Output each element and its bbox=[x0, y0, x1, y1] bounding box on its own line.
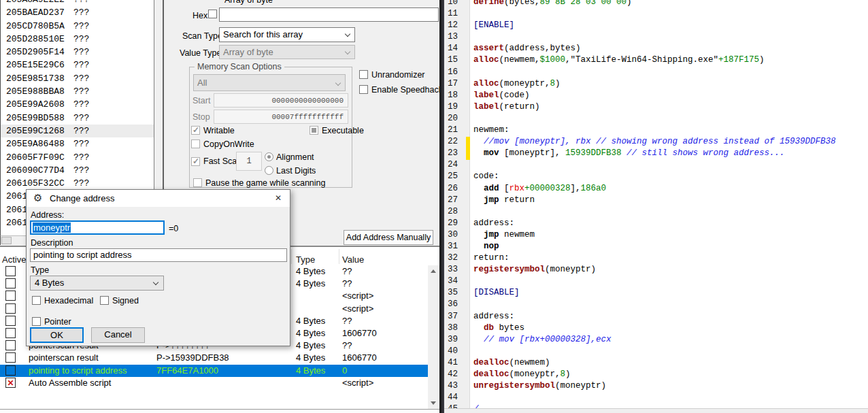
column-separator bbox=[291, 249, 292, 264]
executable-checkbox[interactable] bbox=[310, 126, 318, 135]
fastscan-checkbox[interactable] bbox=[191, 157, 200, 166]
line-number: 24 bbox=[444, 160, 469, 171]
active-checkbox[interactable] bbox=[5, 291, 16, 301]
pause-game-label: Pause the game while scanning bbox=[205, 178, 326, 188]
column-header-type[interactable]: Type bbox=[296, 254, 315, 265]
scroll-down-icon[interactable] bbox=[431, 401, 436, 405]
found-address-row[interactable]: 205D288510E??? bbox=[1, 33, 154, 46]
scan-value-input[interactable] bbox=[219, 7, 439, 22]
active-checkbox[interactable] bbox=[5, 328, 16, 338]
editor-code-lines[interactable]: define(bytes,89 8B 28 03 00 00)[ENABLE]a… bbox=[473, 0, 868, 413]
table-row[interactable]: pointerscan resultP->15939DDFB384 Bytes1… bbox=[0, 352, 428, 364]
unrandomizer-checkbox[interactable] bbox=[359, 70, 368, 79]
found-address-row[interactable]: 205BAEAD237??? bbox=[1, 6, 154, 19]
found-address-row[interactable]: 206090C77D4??? bbox=[1, 164, 154, 177]
cancel-button[interactable]: Cancel bbox=[91, 327, 145, 343]
found-address-row[interactable]: 205E9A86488??? bbox=[1, 137, 154, 150]
found-address: 205E9851738 bbox=[6, 73, 65, 84]
code-segment: registersymbol bbox=[473, 265, 545, 274]
found-address-row[interactable]: 205E15E29C6??? bbox=[1, 59, 154, 71]
address-input[interactable]: moneyptr bbox=[30, 220, 165, 235]
row-value: ?? bbox=[342, 316, 352, 326]
found-address-row[interactable]: 205E9851738??? bbox=[1, 72, 154, 85]
code-line: jmp newmem bbox=[473, 230, 868, 242]
code-segment: [DISABLE] bbox=[473, 288, 520, 297]
row-address: 7FF64E7A1000 bbox=[156, 365, 218, 376]
code-segment: ) bbox=[565, 369, 571, 379]
ok-button[interactable]: OK bbox=[30, 327, 84, 343]
region-dropdown[interactable]: All bbox=[193, 74, 346, 91]
row-type: 4 Bytes bbox=[296, 365, 325, 376]
hexadecimal-checkbox[interactable] bbox=[32, 296, 41, 305]
close-icon[interactable]: ✕ bbox=[267, 190, 290, 207]
active-checkbox[interactable] bbox=[5, 278, 16, 288]
description-input[interactable]: pointing to script address bbox=[30, 248, 287, 262]
code-segment: return bbox=[499, 195, 535, 205]
signed-checkbox[interactable] bbox=[100, 296, 109, 305]
column-header-active[interactable]: Active bbox=[2, 254, 26, 265]
code-line bbox=[473, 207, 868, 218]
found-address-row[interactable]: 205D2905F14??? bbox=[1, 46, 154, 59]
fastscan-alignment-input[interactable]: 1 bbox=[236, 152, 262, 171]
found-address-row[interactable]: 20605F7F09C??? bbox=[1, 151, 154, 164]
found-value: ??? bbox=[73, 47, 89, 57]
scroll-up-icon[interactable] bbox=[431, 269, 436, 273]
code-line: registersymbol(moneyptr) bbox=[473, 265, 868, 276]
active-checkbox[interactable] bbox=[5, 316, 16, 326]
code-segment: (address,bytes) bbox=[504, 44, 581, 53]
line-number: 44 bbox=[444, 393, 469, 404]
active-checkbox[interactable] bbox=[5, 303, 16, 314]
active-checkbox[interactable] bbox=[5, 352, 16, 363]
alignment-radio[interactable] bbox=[265, 152, 273, 161]
active-checkbox[interactable] bbox=[5, 340, 16, 350]
code-segment: ) bbox=[759, 55, 765, 65]
code-segment: ], bbox=[571, 184, 581, 193]
code-line: db bytes bbox=[473, 323, 868, 335]
writable-checkbox[interactable] bbox=[191, 126, 200, 135]
hex-checkbox[interactable] bbox=[208, 10, 217, 18]
code-line: jmp return bbox=[473, 195, 868, 207]
start-field[interactable]: 0000000000000000 bbox=[214, 93, 348, 108]
pointer-label: Pointer bbox=[44, 317, 71, 327]
pointer-checkbox[interactable] bbox=[32, 317, 41, 326]
copyonwrite-checkbox[interactable] bbox=[191, 139, 200, 148]
cheat-engine-icon: ⚙ bbox=[33, 192, 42, 204]
found-address-row[interactable]: 205A8A9E2E2??? bbox=[1, 0, 154, 6]
found-address-row[interactable]: 205E99A2608??? bbox=[1, 98, 154, 111]
table-row[interactable]: pointing to script address7FF64E7A10004 … bbox=[0, 365, 428, 377]
code-line: unregistersymbol(moneyptr) bbox=[473, 381, 868, 393]
found-address-row[interactable]: 205E988BBA8??? bbox=[1, 85, 154, 98]
code-line: code: bbox=[473, 171, 868, 183]
type-label: Type bbox=[31, 265, 49, 275]
editor-bottom-strip[interactable] bbox=[444, 408, 868, 413]
active-checkbox[interactable] bbox=[5, 365, 16, 376]
table-scrollbar[interactable] bbox=[428, 265, 439, 409]
code-segment: address: bbox=[473, 218, 514, 228]
table-row[interactable]: ✕Auto Assemble script<script> bbox=[0, 377, 428, 389]
type-dropdown[interactable]: 4 Bytes bbox=[30, 276, 164, 291]
code-segment: alloc bbox=[473, 55, 499, 65]
scan-type-dropdown[interactable]: Search for this array bbox=[219, 27, 355, 42]
row-type: 4 Bytes bbox=[296, 328, 325, 338]
found-list-scrollbar-thumb[interactable] bbox=[1, 237, 12, 244]
code-segment: jmp bbox=[473, 230, 499, 239]
found-address-row[interactable]: 205CD780B5A??? bbox=[1, 20, 154, 33]
code-segment: mov bbox=[473, 148, 499, 158]
add-address-manually-button[interactable]: Add Address Manually bbox=[344, 230, 433, 245]
code-segment: 15939DDFB38 bbox=[565, 148, 622, 158]
code-segment: dealloc bbox=[473, 358, 510, 367]
active-checkbox[interactable] bbox=[5, 266, 16, 276]
signed-label: Signed bbox=[112, 296, 139, 305]
last-digits-radio[interactable] bbox=[265, 166, 273, 175]
active-checkbox[interactable]: ✕ bbox=[5, 378, 16, 388]
value-type-dropdown[interactable]: Array of byte bbox=[219, 45, 355, 59]
column-header-value[interactable]: Value bbox=[342, 254, 364, 265]
memory-scan-options-title: Memory Scan Options bbox=[195, 62, 284, 71]
stop-field[interactable]: 00007fffffffffff bbox=[214, 110, 348, 124]
pause-game-checkbox[interactable] bbox=[193, 178, 202, 187]
code-segment: (bytes, bbox=[504, 0, 540, 7]
found-address-row[interactable]: 205E99BD588??? bbox=[1, 112, 154, 125]
speedhack-checkbox[interactable] bbox=[359, 85, 368, 94]
found-address-row[interactable]: 205E99C1268??? bbox=[1, 125, 154, 137]
found-address-row[interactable]: 206105F32CC??? bbox=[1, 177, 154, 190]
